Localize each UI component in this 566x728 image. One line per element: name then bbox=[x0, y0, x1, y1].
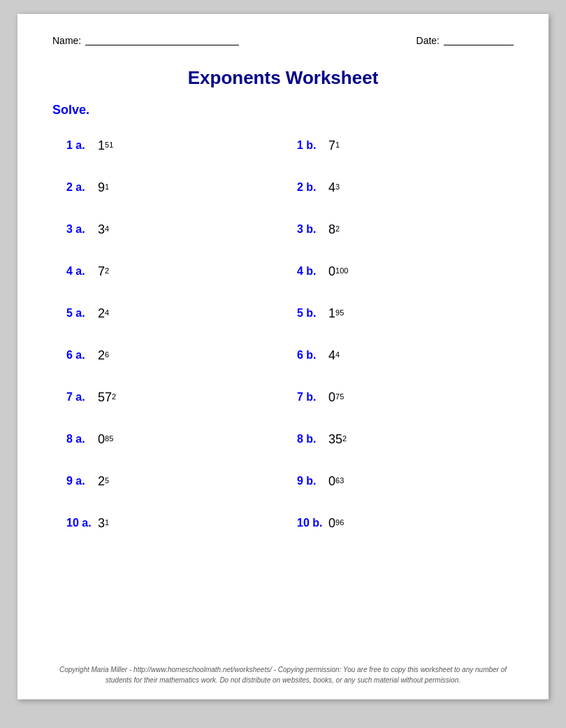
date-field: Date: bbox=[416, 35, 514, 46]
solve-label: Solve. bbox=[52, 103, 514, 117]
problem-row: 6 b. 44 bbox=[283, 334, 514, 376]
date-label: Date: bbox=[416, 35, 440, 46]
problem-row: 3 b. 82 bbox=[283, 208, 514, 250]
base: 35 bbox=[328, 432, 342, 447]
exponent: 63 bbox=[335, 477, 344, 485]
base: 4 bbox=[328, 348, 335, 363]
expression: 34 bbox=[98, 222, 109, 237]
name-field: Name: bbox=[52, 35, 239, 46]
exponent: 2 bbox=[112, 393, 116, 401]
expression: 151 bbox=[98, 138, 113, 153]
base: 0 bbox=[328, 474, 335, 489]
problem-row: 3 a. 34 bbox=[52, 208, 283, 250]
expression: 71 bbox=[328, 138, 340, 153]
exponent: 95 bbox=[335, 309, 344, 317]
problem-label: 5 b. bbox=[297, 307, 328, 320]
worksheet-page: Name: Date: Exponents Worksheet Solve. 1… bbox=[17, 14, 549, 699]
exponent: 2 bbox=[335, 225, 340, 233]
problem-row: 7 a. 572 bbox=[52, 376, 283, 418]
problem-label: 3 a. bbox=[66, 223, 98, 236]
exponent: 51 bbox=[105, 141, 113, 149]
exponent: 100 bbox=[335, 267, 348, 275]
expression: 91 bbox=[98, 180, 109, 195]
problem-label: 4 b. bbox=[297, 265, 328, 278]
expression: 25 bbox=[98, 474, 109, 489]
problem-label: 1 b. bbox=[297, 139, 328, 152]
problem-label: 4 a. bbox=[66, 265, 98, 278]
exponent: 5 bbox=[105, 477, 109, 485]
problem-label: 5 a. bbox=[66, 307, 98, 320]
problem-row: 1 b. 71 bbox=[283, 124, 514, 166]
exponent: 4 bbox=[105, 309, 109, 317]
problems-grid: 1 a. 151 1 b. 71 2 a. 91 2 b. 43 3 a. 34 bbox=[52, 124, 514, 544]
base: 9 bbox=[98, 180, 105, 195]
problem-label: 7 a. bbox=[66, 391, 98, 404]
problem-label: 9 a. bbox=[66, 475, 98, 487]
exponent: 1 bbox=[105, 183, 109, 191]
expression: 72 bbox=[98, 264, 109, 279]
problem-label: 1 a. bbox=[66, 139, 98, 152]
base: 0 bbox=[328, 390, 335, 405]
problem-label: 8 b. bbox=[297, 433, 328, 445]
base: 4 bbox=[328, 180, 335, 195]
base: 1 bbox=[328, 306, 335, 321]
problem-label: 8 a. bbox=[66, 433, 98, 445]
expression: 0100 bbox=[328, 264, 348, 279]
exponent: 96 bbox=[335, 519, 344, 527]
problem-label: 6 b. bbox=[297, 349, 328, 362]
exponent: 4 bbox=[335, 351, 340, 359]
problem-row: 6 a. 26 bbox=[52, 334, 283, 376]
expression: 096 bbox=[328, 516, 344, 531]
exponent: 1 bbox=[335, 141, 340, 149]
base: 7 bbox=[98, 264, 105, 279]
problem-row: 8 b. 352 bbox=[283, 418, 514, 460]
problem-row: 2 b. 43 bbox=[283, 166, 514, 208]
expression: 31 bbox=[98, 516, 109, 531]
problem-row: 9 a. 25 bbox=[52, 460, 283, 502]
base: 3 bbox=[98, 516, 105, 531]
problem-label: 10 a. bbox=[66, 517, 98, 529]
problem-row: 4 b. 0100 bbox=[283, 250, 514, 292]
problem-row: 5 a. 24 bbox=[52, 292, 283, 334]
base: 0 bbox=[328, 264, 335, 279]
exponent: 1 bbox=[105, 519, 109, 527]
base: 2 bbox=[98, 474, 105, 489]
problem-label: 2 a. bbox=[66, 181, 98, 194]
exponent: 3 bbox=[335, 183, 340, 191]
problem-row: 10 b. 096 bbox=[283, 502, 514, 544]
problem-label: 3 b. bbox=[297, 223, 328, 236]
problem-row: 10 a. 31 bbox=[52, 502, 283, 544]
expression: 352 bbox=[328, 432, 347, 447]
expression: 572 bbox=[98, 390, 116, 405]
expression: 43 bbox=[328, 180, 340, 195]
expression: 063 bbox=[328, 474, 344, 489]
base: 2 bbox=[98, 348, 105, 363]
name-underline bbox=[85, 36, 239, 45]
expression: 82 bbox=[328, 222, 340, 237]
base: 0 bbox=[98, 432, 105, 447]
header: Name: Date: bbox=[52, 35, 514, 46]
name-label: Name: bbox=[52, 35, 81, 46]
expression: 195 bbox=[328, 306, 344, 321]
problem-label: 10 b. bbox=[297, 517, 328, 529]
exponent: 75 bbox=[335, 393, 344, 401]
problem-label: 7 b. bbox=[297, 391, 328, 404]
exponent: 85 bbox=[105, 435, 113, 443]
base: 57 bbox=[98, 390, 112, 405]
problem-label: 2 b. bbox=[297, 181, 328, 194]
expression: 075 bbox=[328, 390, 344, 405]
base: 1 bbox=[98, 138, 105, 153]
problem-row: 7 b. 075 bbox=[283, 376, 514, 418]
problem-label: 6 a. bbox=[66, 349, 98, 362]
problem-row: 1 a. 151 bbox=[52, 124, 283, 166]
expression: 24 bbox=[98, 306, 109, 321]
exponent: 4 bbox=[105, 225, 109, 233]
expression: 44 bbox=[328, 348, 340, 363]
problem-row: 5 b. 195 bbox=[283, 292, 514, 334]
problem-label: 9 b. bbox=[297, 475, 328, 487]
exponent: 6 bbox=[105, 351, 109, 359]
base: 3 bbox=[98, 222, 105, 237]
date-underline bbox=[444, 36, 514, 45]
expression: 26 bbox=[98, 348, 109, 363]
expression: 085 bbox=[98, 432, 113, 447]
